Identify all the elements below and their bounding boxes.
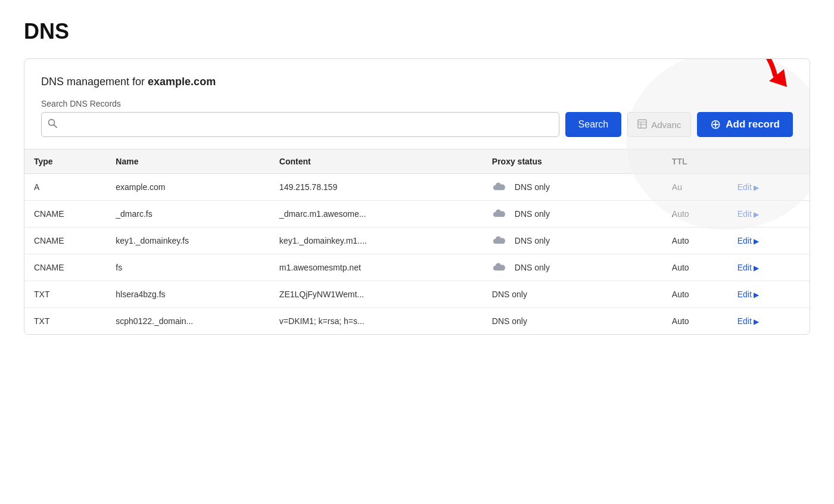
cell-actions: Edit ▶ bbox=[728, 281, 810, 308]
col-header-type: Type bbox=[24, 150, 106, 174]
cell-type: TXT bbox=[24, 281, 106, 308]
cell-ttl: Auto bbox=[662, 201, 728, 228]
toolbar-row: Search DNS Records Search bbox=[41, 99, 793, 137]
cell-type: TXT bbox=[24, 308, 106, 335]
cell-proxy: DNS only bbox=[483, 174, 662, 201]
col-header-ttl: TTL bbox=[662, 150, 728, 174]
proxy-status-text: DNS only bbox=[515, 236, 550, 245]
table-row: A example.com 149.215.78.159 DNS only Au… bbox=[24, 174, 810, 201]
edit-arrow-icon: ▶ bbox=[752, 291, 759, 299]
col-header-actions bbox=[728, 150, 810, 174]
cell-name: hlsera4bzg.fs bbox=[106, 281, 270, 308]
cell-ttl: Au bbox=[662, 174, 728, 201]
cell-content: 149.215.78.159 bbox=[270, 174, 483, 201]
edit-arrow-icon: ▶ bbox=[752, 264, 759, 272]
cell-actions: Edit ▶ bbox=[728, 254, 810, 281]
cell-ttl: Auto bbox=[662, 281, 728, 308]
page-title: DNS bbox=[24, 19, 810, 44]
cell-actions: Edit ▶ bbox=[728, 174, 810, 201]
col-header-name: Name bbox=[106, 150, 270, 174]
cell-type: CNAME bbox=[24, 254, 106, 281]
dns-card: DNS management for example.com Search DN… bbox=[24, 58, 810, 335]
proxy-status-text: DNS only bbox=[492, 316, 527, 326]
search-label: Search DNS Records bbox=[41, 99, 559, 108]
edit-link[interactable]: Edit ▶ bbox=[737, 236, 759, 245]
plus-icon: ⊕ bbox=[710, 118, 721, 131]
cell-proxy: DNS only bbox=[483, 201, 662, 228]
add-record-label: Add record bbox=[726, 119, 780, 130]
cell-content: _dmarc.m1.awesome... bbox=[270, 201, 483, 228]
advanced-label: Advanc bbox=[651, 120, 681, 130]
cell-name: _dmarc.fs bbox=[106, 201, 270, 228]
dns-table: Type Name Content Proxy status TTL A exa… bbox=[24, 149, 810, 334]
svg-rect-3 bbox=[638, 120, 646, 128]
cell-actions: Edit ▶ bbox=[728, 308, 810, 335]
cell-proxy: DNS only bbox=[483, 228, 662, 254]
advanced-button[interactable]: Advanc bbox=[627, 112, 691, 137]
proxy-status-text: DNS only bbox=[492, 290, 527, 299]
cell-ttl: Auto bbox=[662, 308, 728, 335]
cell-type: A bbox=[24, 174, 106, 201]
cell-proxy: DNS only bbox=[483, 308, 662, 335]
search-input[interactable] bbox=[62, 120, 553, 130]
proxy-status-text: DNS only bbox=[515, 209, 550, 219]
cell-name: key1._domainkey.fs bbox=[106, 228, 270, 254]
cell-proxy: DNS only bbox=[483, 254, 662, 281]
cell-actions: Edit ▶ bbox=[728, 228, 810, 254]
table-row: CNAME key1._domainkey.fs key1._domainkey… bbox=[24, 228, 810, 254]
search-input-wrapper: Search DNS Records bbox=[41, 99, 559, 137]
proxy-status-text: DNS only bbox=[515, 182, 550, 192]
edit-link[interactable]: Edit ▶ bbox=[737, 182, 759, 192]
card-header: DNS management for example.com Search DN… bbox=[41, 76, 793, 137]
cell-ttl: Auto bbox=[662, 254, 728, 281]
search-button[interactable]: Search bbox=[565, 112, 622, 137]
edit-arrow-icon: ▶ bbox=[752, 183, 759, 192]
cell-type: CNAME bbox=[24, 228, 106, 254]
edit-link[interactable]: Edit ▶ bbox=[737, 209, 759, 219]
cell-name: fs bbox=[106, 254, 270, 281]
cell-name: scph0122._domain... bbox=[106, 308, 270, 335]
table-header-row: Type Name Content Proxy status TTL bbox=[24, 150, 810, 174]
cloud-icon bbox=[492, 182, 506, 192]
edit-link[interactable]: Edit ▶ bbox=[737, 316, 759, 326]
edit-arrow-icon: ▶ bbox=[752, 237, 759, 245]
table-row: TXT scph0122._domain... v=DKIM1; k=rsa; … bbox=[24, 308, 810, 335]
card-subtitle: DNS management for example.com bbox=[41, 76, 793, 88]
search-icon bbox=[48, 119, 57, 130]
edit-link[interactable]: Edit ▶ bbox=[737, 263, 759, 272]
table-row: CNAME fs m1.awesomesmtp.net DNS only Aut… bbox=[24, 254, 810, 281]
cloud-icon bbox=[492, 263, 506, 272]
add-record-button[interactable]: ⊕ Add record bbox=[697, 112, 793, 137]
cell-name: example.com bbox=[106, 174, 270, 201]
cell-content: m1.awesomesmtp.net bbox=[270, 254, 483, 281]
cell-ttl: Auto bbox=[662, 228, 728, 254]
col-header-proxy: Proxy status bbox=[483, 150, 662, 174]
cell-type: CNAME bbox=[24, 201, 106, 228]
cloud-icon bbox=[492, 209, 506, 219]
svg-line-2 bbox=[54, 125, 57, 128]
proxy-status-text: DNS only bbox=[515, 263, 550, 272]
search-input-inner[interactable] bbox=[41, 112, 559, 137]
cloud-icon bbox=[492, 236, 506, 245]
table-icon bbox=[637, 119, 647, 130]
edit-arrow-icon: ▶ bbox=[752, 318, 759, 326]
cell-content: v=DKIM1; k=rsa; h=s... bbox=[270, 308, 483, 335]
cell-content: ZE1LQjFyNW1Wemt... bbox=[270, 281, 483, 308]
cell-actions: Edit ▶ bbox=[728, 201, 810, 228]
table-row: CNAME _dmarc.fs _dmarc.m1.awesome... DNS… bbox=[24, 201, 810, 228]
table-row: TXT hlsera4bzg.fs ZE1LQjFyNW1Wemt... DNS… bbox=[24, 281, 810, 308]
cell-proxy: DNS only bbox=[483, 281, 662, 308]
edit-link[interactable]: Edit ▶ bbox=[737, 290, 759, 299]
cell-content: key1._domainkey.m1.... bbox=[270, 228, 483, 254]
col-header-content: Content bbox=[270, 150, 483, 174]
edit-arrow-icon: ▶ bbox=[752, 210, 759, 219]
